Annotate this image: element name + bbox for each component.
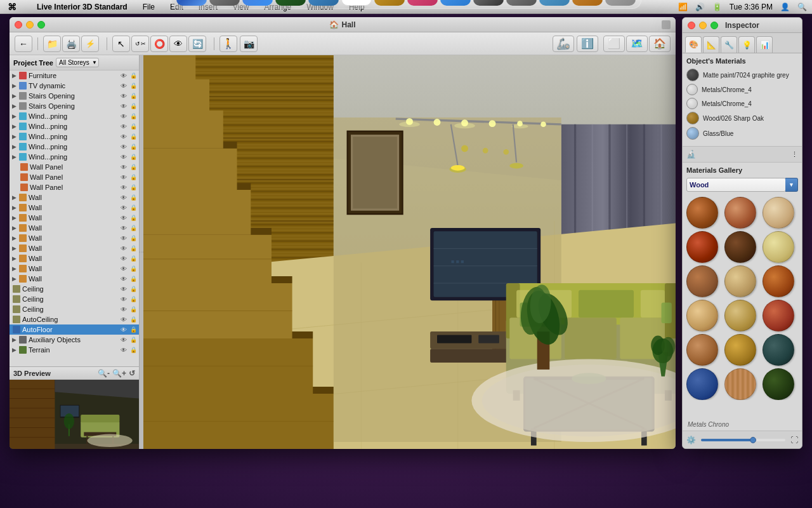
lock-toggle[interactable]: 🔒	[129, 244, 138, 253]
tree-item-wall-4[interactable]: ▶ Wall 👁 🔒	[10, 223, 139, 233]
lock-toggle[interactable]: 🔒	[129, 163, 138, 171]
walk-tool[interactable]: 🚶	[219, 36, 237, 52]
swatch-stripe-wood[interactable]	[724, 368, 756, 400]
tree-item-wall-8[interactable]: ▶ Wall 👁 🔒	[10, 264, 139, 274]
gallery-dropdown-arrow[interactable]: ▼	[785, 178, 798, 192]
lock-toggle[interactable]: 🔒	[129, 102, 138, 110]
tree-item-wallpanel-3[interactable]: Wall Panel 👁 🔒	[10, 182, 139, 192]
dock-finder[interactable]: 🗂️	[176, 0, 207, 6]
lock-toggle[interactable]: 🔒	[129, 91, 138, 100]
storey-dropdown[interactable]: All Storeys	[56, 58, 99, 67]
lock-toggle[interactable]: 🔒	[129, 315, 138, 324]
tree-item-ceiling-2[interactable]: Ceiling 👁 🔒	[10, 294, 139, 304]
tree-item-wall-6[interactable]: ▶ Wall 👁 🔒	[10, 243, 139, 253]
visibility-toggle[interactable]: 👁	[119, 325, 128, 334]
visibility-toggle[interactable]: 👁	[119, 112, 128, 121]
swatch-yellow-cream[interactable]	[763, 231, 794, 263]
visibility-toggle[interactable]: 👁	[119, 284, 128, 293]
open-button[interactable]: 📁	[43, 36, 61, 52]
visibility-toggle[interactable]: 👁	[119, 254, 128, 263]
lock-toggle[interactable]: 🔒	[129, 122, 138, 131]
file-menu[interactable]: File	[140, 3, 157, 11]
visibility-toggle[interactable]: 👁	[119, 264, 128, 273]
lock-toggle[interactable]: 🔒	[129, 183, 138, 192]
swatch-warm-brown[interactable]	[686, 197, 718, 229]
dock-sys-prefs2[interactable]: 🔧	[506, 0, 537, 6]
lock-toggle[interactable]: 🔒	[129, 71, 138, 80]
swatch-dark-brown[interactable]	[724, 231, 756, 263]
tree-item-ceiling-3[interactable]: Ceiling 👁 🔒	[10, 304, 139, 314]
swatch-med-brown2[interactable]	[686, 265, 718, 297]
minimize-button[interactable]	[26, 21, 34, 29]
reset-view-button[interactable]: ↺	[129, 369, 135, 378]
back-button[interactable]: ←	[15, 36, 32, 52]
tree-item-wallpanel-1[interactable]: Wall Panel 👁 🔒	[10, 162, 139, 172]
dock-launchpad[interactable]: 📱	[572, 0, 603, 6]
view-tool[interactable]: 👁	[169, 36, 187, 52]
tree-item-window-2[interactable]: ▶ Wind...pning 👁 🔒	[10, 121, 139, 131]
lock-toggle[interactable]: 🔒	[129, 203, 138, 212]
visibility-toggle[interactable]: 👁	[119, 315, 128, 324]
more-options[interactable]: ⋮	[791, 150, 798, 159]
close-button[interactable]	[15, 21, 22, 29]
opacity-thumb[interactable]	[750, 437, 756, 443]
visibility-toggle[interactable]: 👁	[119, 224, 128, 232]
tree-item-aux[interactable]: ▶ Auxiliary Objects 👁 🔒	[10, 335, 139, 345]
tree-item-autofloor[interactable]: AutoFloor 👁 🔒	[10, 324, 139, 335]
swatch-medium-wood[interactable]	[686, 334, 718, 366]
opacity-slider[interactable]	[701, 439, 785, 441]
swatch-orange-brown[interactable]	[763, 265, 794, 297]
dock-app-store[interactable]: 🛍️	[440, 0, 471, 6]
dock-time-machine[interactable]: ⏰	[473, 0, 504, 6]
preview-canvas[interactable]	[10, 380, 139, 449]
lock-toggle[interactable]: 🔒	[129, 325, 138, 334]
visibility-toggle[interactable]: 👁	[119, 335, 128, 344]
dock-trash[interactable]: 🗑️	[605, 0, 636, 6]
dock-facetime[interactable]: 📹	[275, 0, 306, 6]
camera-tool[interactable]: 📷	[240, 36, 258, 52]
dock-safari[interactable]: 🧭	[242, 0, 273, 6]
visibility-toggle[interactable]: 👁	[119, 213, 128, 222]
visibility-toggle[interactable]: 👁	[119, 193, 128, 202]
visibility-toggle[interactable]: 👁	[119, 244, 128, 253]
visibility-toggle[interactable]: 👁	[119, 163, 128, 171]
tab-stats[interactable]: 📊	[756, 36, 773, 53]
tab-light[interactable]: 💡	[738, 36, 755, 53]
lock-toggle[interactable]: 🔒	[129, 152, 138, 161]
tree-item-stairs-2[interactable]: ▶ Stairs Opening 👁 🔒	[10, 101, 139, 111]
swatch-light-tan[interactable]	[763, 197, 794, 229]
tree-item-wall-3[interactable]: ▶ Wall 👁 🔒	[10, 213, 139, 223]
visibility-toggle[interactable]: 👁	[119, 152, 128, 161]
visibility-toggle[interactable]: 👁	[119, 345, 128, 354]
tree-item-wall-2[interactable]: ▶ Wall 👁 🔒	[10, 203, 139, 213]
tree-item-stairs-1[interactable]: ▶ Stairs Opening 👁 🔒	[10, 91, 139, 101]
lock-toggle[interactable]: 🔒	[129, 81, 138, 90]
visibility-toggle[interactable]: 👁	[119, 122, 128, 131]
tab-geometry[interactable]: 📐	[703, 36, 719, 53]
lock-toggle[interactable]: 🔒	[129, 305, 138, 314]
lock-toggle[interactable]: 🔒	[129, 173, 138, 182]
lock-toggle[interactable]: 🔒	[129, 213, 138, 222]
tree-item-wall-1[interactable]: ▶ Wall 👁 🔒	[10, 192, 139, 203]
inspector-zoom[interactable]	[710, 22, 718, 29]
render-button[interactable]: 🦾	[553, 36, 574, 52]
material-item-2[interactable]: Metals/Chrome_4	[686, 84, 798, 95]
lock-toggle[interactable]: 🔒	[129, 284, 138, 293]
tree-item-window-3[interactable]: ▶ Wind...pning 👁 🔒	[10, 131, 139, 142]
eyedropper-tool[interactable]: 🔬	[686, 150, 696, 159]
visibility-toggle[interactable]: 👁	[119, 71, 128, 80]
swatch-red-brown[interactable]	[686, 231, 718, 263]
tree-item-window-5[interactable]: ▶ Wind...pning 👁 🔒	[10, 152, 139, 162]
home-view[interactable]: 🏠	[649, 36, 671, 52]
refresh-tool[interactable]: 🔄	[188, 36, 206, 52]
info-button[interactable]: ℹ️	[577, 36, 598, 52]
tree-item-wallpanel-2[interactable]: Wall Panel 👁 🔒	[10, 172, 139, 182]
swatch-tan[interactable]	[686, 300, 718, 331]
dock-preview[interactable]: 🖼️	[374, 0, 405, 6]
material-item-3[interactable]: Metals/Chrome_4	[686, 98, 798, 109]
storey-selector[interactable]: All Storeys ▼	[56, 58, 99, 67]
lock-toggle[interactable]: 🔒	[129, 234, 138, 243]
visibility-toggle[interactable]: 👁	[119, 142, 128, 151]
swatch-golden[interactable]	[724, 334, 756, 366]
tree-item-tv[interactable]: ▶ TV dynamic 👁 🔒	[10, 81, 139, 91]
